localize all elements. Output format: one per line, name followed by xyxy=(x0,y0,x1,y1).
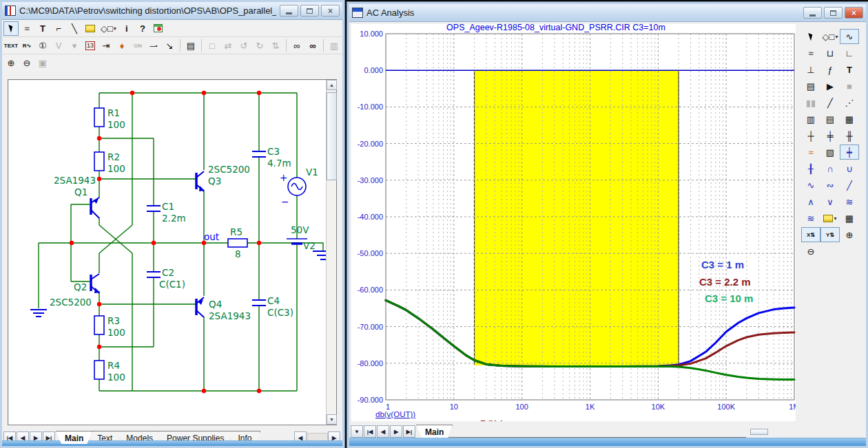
numeric-output-button[interactable]: ▦ xyxy=(840,211,859,226)
zoom-in-icon: ⊕ xyxy=(8,58,15,68)
envelope-button[interactable]: ≋ xyxy=(840,194,859,209)
transistor-Q3[interactable] xyxy=(196,171,205,191)
select-mode-tool[interactable] xyxy=(801,29,820,44)
low-button[interactable]: ∾ xyxy=(820,178,840,193)
show-node-numbers-toggle[interactable]: ① xyxy=(35,39,50,53)
normalize-button[interactable]: ▧ xyxy=(820,145,840,160)
close-button[interactable]: × xyxy=(321,5,340,17)
component-tool[interactable] xyxy=(83,21,98,36)
resistor-R4[interactable] xyxy=(94,361,104,379)
cursor-right-button[interactable]: ╪ xyxy=(820,128,840,143)
data-points-button[interactable]: ┿ xyxy=(840,145,859,160)
valley-button[interactable]: ∪ xyxy=(840,161,859,176)
scroll-down-button[interactable]: ▼ xyxy=(327,414,337,425)
attributes-button[interactable]: ▤ xyxy=(183,39,198,53)
x-scale-button[interactable]: X⇅ xyxy=(801,227,820,242)
nav-button-4[interactable]: ▶| xyxy=(403,425,415,438)
show-current-toggle[interactable]: ⇥ xyxy=(99,39,114,53)
align-cursors-tool[interactable]: ≈ xyxy=(801,45,820,61)
ortho-wire-tool[interactable]: ⌐ xyxy=(51,21,66,36)
schematic-drawing[interactable]: R1100R21002SA1943Q1C12.2mC2C(C1)Q22SC520… xyxy=(9,81,327,425)
find-component-button[interactable]: ∞ xyxy=(289,39,304,53)
show-values-toggle[interactable]: R∿ xyxy=(19,39,34,53)
tab-main[interactable]: Main xyxy=(56,431,92,444)
resistor-R3[interactable] xyxy=(94,316,104,334)
restore-button[interactable] xyxy=(300,5,319,17)
minimize-button[interactable] xyxy=(280,5,298,17)
high-button[interactable]: ∿ xyxy=(801,178,820,193)
transistor-Q4[interactable] xyxy=(196,297,204,317)
capacitor-C4[interactable] xyxy=(252,300,266,306)
nav-button-2[interactable]: ◀ xyxy=(377,425,389,438)
scope-mode-tool[interactable]: ∿ xyxy=(840,29,859,44)
info-tool[interactable]: i xyxy=(119,21,134,36)
plot-tab-main[interactable]: Main xyxy=(416,425,453,438)
resistor-R1[interactable] xyxy=(94,108,104,127)
zoom-in-button[interactable]: ⊕ xyxy=(3,56,19,70)
wire-mode-tool[interactable]: ≈ xyxy=(19,21,34,36)
diagonal-wire-tool[interactable]: ╲ xyxy=(67,21,82,36)
properties-button[interactable]: ▤ xyxy=(801,78,820,94)
point-tag-tool[interactable]: ↘ xyxy=(162,39,177,53)
tokens-button[interactable]: ╂ xyxy=(801,161,820,176)
slope-button[interactable]: ╱ xyxy=(840,178,859,193)
run-button[interactable]: ▶ xyxy=(820,78,840,94)
capacitor-C3[interactable] xyxy=(252,151,266,157)
zoom-out-button[interactable]: ⊖ xyxy=(801,244,820,259)
period-tool[interactable]: ⊔ xyxy=(820,45,840,61)
cursor-both-button[interactable]: ╫ xyxy=(840,128,859,143)
y-tick-label: -40.000 xyxy=(358,213,383,221)
global-high-button[interactable]: ∧ xyxy=(801,194,820,209)
vscroll-thumb[interactable] xyxy=(327,92,337,180)
resistor-R2[interactable] xyxy=(94,152,104,171)
nav-button-0[interactable]: ▼ xyxy=(351,425,363,438)
schematic-titlebar[interactable]: C:\MC9\DATA\Petrov\switching distortion\… xyxy=(2,2,342,20)
show-pin-numbers-toggle[interactable]: 13 xyxy=(83,39,98,53)
select-tool[interactable] xyxy=(3,21,19,36)
show-test-points-toggle[interactable]: —• xyxy=(146,39,161,53)
smoothing-button[interactable]: ≈ xyxy=(801,145,820,160)
help-mode-tool[interactable]: ? xyxy=(135,21,150,36)
zoom-out-button[interactable]: ⊖ xyxy=(19,56,34,70)
text-mode-tool[interactable]: T xyxy=(840,62,859,77)
transistor-Q2[interactable] xyxy=(91,274,100,293)
shapes-tool[interactable]: ◇□▾ xyxy=(99,21,118,36)
peak-button[interactable]: ∩ xyxy=(820,161,840,176)
enable-disable-tool[interactable] xyxy=(151,21,166,36)
transistor-Q1[interactable] xyxy=(91,198,99,218)
show-power-toggle[interactable]: ♦ xyxy=(114,39,130,53)
node-tool[interactable]: ⊥ xyxy=(801,62,820,77)
text-tool[interactable]: T xyxy=(35,21,50,36)
schematic-canvas[interactable]: R1100R21002SA1943Q1C12.2mC2C(C1)Q22SC520… xyxy=(8,79,337,425)
grid-dots-button[interactable]: ▦ xyxy=(840,111,859,127)
show-text-toggle[interactable]: TEXT xyxy=(3,39,19,53)
component-label: 2SC5200 xyxy=(50,297,92,308)
save-curves-button[interactable]: ▾ xyxy=(820,211,840,226)
y-scale-button[interactable]: Y⇅ xyxy=(820,227,840,242)
grid-vertical-button[interactable]: ▥ xyxy=(801,111,820,127)
find-button[interactable]: ∞ xyxy=(305,39,320,53)
graphics-tool[interactable]: ◇□▾ xyxy=(820,29,840,44)
nav-button-3[interactable]: ▶ xyxy=(390,425,402,438)
grid-horizontal-button[interactable]: ▤ xyxy=(820,111,840,127)
line-tool[interactable]: ╱ xyxy=(820,95,840,110)
function-tool[interactable]: ƒ xyxy=(820,62,840,77)
step-tool[interactable]: ∟ xyxy=(840,45,859,61)
global-low-button[interactable]: ∨ xyxy=(820,194,840,209)
plot-hscroll-thumb[interactable] xyxy=(750,429,768,435)
trace-expression-link[interactable]: db(v(OUT)) xyxy=(375,410,415,418)
source-V1[interactable] xyxy=(288,178,306,195)
plot-area[interactable]: 10.0000.000-10.000-20.000-30.000-40.000-… xyxy=(349,4,867,446)
capacitor-C2[interactable] xyxy=(147,272,161,277)
cursor-left-button[interactable]: ┼ xyxy=(801,128,820,143)
ground-left xyxy=(30,310,47,317)
scroll-up-button[interactable]: ▲ xyxy=(327,80,337,90)
zoom-in-button[interactable]: ⊕ xyxy=(840,227,859,242)
polyline-tool[interactable]: ⋰ xyxy=(840,95,859,110)
capacitor-C1[interactable] xyxy=(147,206,161,211)
branch-button[interactable]: ≋ xyxy=(801,211,820,226)
schematic-vscrollbar[interactable]: ▲ ▼ xyxy=(326,80,336,425)
resistor-R5[interactable] xyxy=(228,239,247,247)
show-pin-numbers-icon: 13 xyxy=(85,41,95,50)
nav-button-1[interactable]: |◀ xyxy=(364,425,376,438)
